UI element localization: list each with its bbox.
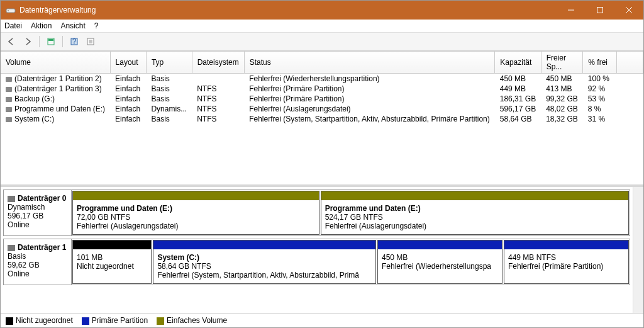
volume-icon [6, 107, 12, 112]
col-pct[interactable]: % frei [583, 52, 616, 74]
col-layout[interactable]: Layout [110, 52, 146, 74]
col-volume[interactable]: Volume [1, 52, 110, 74]
table-row[interactable]: Programme und Daten (E:)EinfachDynamis..… [1, 104, 643, 114]
scrollbar[interactable] [633, 187, 643, 313]
maximize-button[interactable] [586, 1, 614, 20]
back-button[interactable] [4, 35, 18, 48]
toolbar-separator [39, 36, 40, 47]
table-row[interactable]: System (C:)EinfachBasisNTFSFehlerfrei (S… [1, 114, 643, 124]
partition-stripe [504, 240, 628, 249]
partition-stripe [321, 191, 628, 200]
menu-file[interactable]: Datei [4, 21, 22, 30]
refresh-button[interactable] [44, 35, 58, 48]
volume-icon [6, 87, 12, 92]
partition[interactable]: Programme und Daten (E:)524,17 GB NTFSFe… [321, 191, 629, 235]
disk-graphic-pane[interactable]: Datenträger 0Dynamisch596,17 GBOnlinePro… [1, 187, 633, 313]
disk-info: Datenträger 0Dynamisch596,17 GBOnline [4, 190, 72, 235]
legend-simple: Einfaches Volume [157, 316, 227, 325]
svg-point-1 [8, 10, 9, 11]
col-status[interactable]: Status [244, 52, 495, 74]
svg-rect-7 [48, 39, 53, 41]
toolbar-separator [62, 36, 63, 47]
partition[interactable]: 449 MB NTFSFehlerfrei (Primäre Partition… [504, 240, 629, 284]
volume-icon [6, 77, 12, 82]
swatch-primary-icon [82, 317, 89, 325]
partition-stripe [73, 191, 319, 200]
partition-stripe [378, 240, 502, 249]
window-title: Datenträgerverwaltung [19, 6, 557, 14]
legend-primary: Primäre Partition [82, 316, 148, 325]
help-button[interactable]: ? [67, 35, 81, 48]
partition-stripe [73, 240, 151, 249]
table-row[interactable]: Backup (G:)EinfachBasisNTFSFehlerfrei (P… [1, 94, 643, 104]
menu-view[interactable]: Ansicht [60, 21, 85, 30]
minimize-button[interactable] [557, 1, 586, 20]
col-fs[interactable]: Dateisystem [192, 52, 244, 74]
volume-icon [6, 97, 12, 102]
legend: Nicht zugeordnet Primäre Partition Einfa… [1, 313, 643, 327]
partition[interactable]: 450 MBFehlerfrei (Wiederherstellungspa [377, 240, 502, 284]
col-type[interactable]: Typ [146, 52, 192, 74]
col-capacity[interactable]: Kapazität [495, 52, 541, 74]
menu-action[interactable]: Aktion [31, 21, 52, 30]
menubar: Datei Aktion Ansicht ? [1, 20, 643, 33]
col-spacer [616, 52, 643, 74]
disk-icon [8, 196, 15, 202]
volume-table: Volume Layout Typ Dateisystem Status Kap… [1, 52, 643, 124]
forward-button[interactable] [21, 35, 35, 48]
swatch-unalloc-icon [6, 317, 13, 325]
col-free[interactable]: Freier Sp... [541, 52, 583, 74]
partition[interactable]: Programme und Daten (E:)72,00 GB NTFSFeh… [72, 191, 319, 235]
svg-text:?: ? [72, 37, 77, 46]
properties-button[interactable] [84, 35, 97, 48]
app-icon [6, 5, 16, 15]
titlebar: Datenträgerverwaltung [1, 1, 643, 20]
partition[interactable]: System (C:)58,64 GB NTFSFehlerfrei (Syst… [153, 240, 376, 284]
svg-rect-3 [597, 8, 603, 13]
disk-info: Datenträger 1Basis59,62 GBOnline [4, 239, 72, 285]
swatch-simple-icon [157, 317, 164, 325]
close-button[interactable] [614, 1, 643, 20]
volume-list[interactable]: Volume Layout Typ Dateisystem Status Kap… [1, 52, 643, 187]
disk-row: Datenträger 1Basis59,62 GBOnline101 MBNi… [3, 239, 630, 285]
toolbar: ? [1, 33, 643, 51]
table-row[interactable]: (Datenträger 1 Partition 3)EinfachBasisN… [1, 84, 643, 94]
menu-help[interactable]: ? [94, 21, 99, 30]
table-row[interactable]: (Datenträger 1 Partition 2)EinfachBasisF… [1, 74, 643, 84]
partition-stripe [153, 240, 375, 249]
disk-row: Datenträger 0Dynamisch596,17 GBOnlinePro… [3, 189, 630, 236]
volume-icon [6, 117, 12, 122]
legend-unalloc: Nicht zugeordnet [6, 316, 73, 325]
disk-icon [8, 245, 15, 251]
partition[interactable]: 101 MBNicht zugeordnet [72, 240, 152, 284]
